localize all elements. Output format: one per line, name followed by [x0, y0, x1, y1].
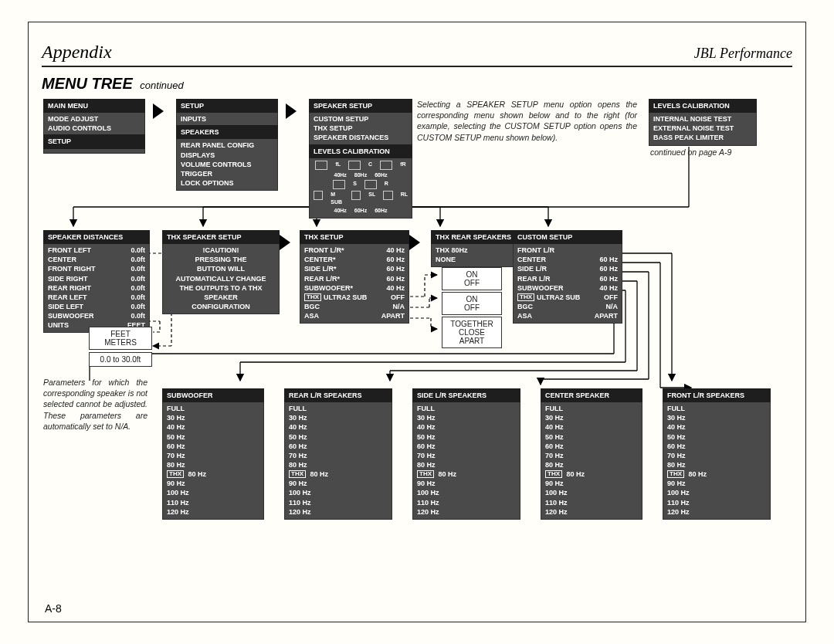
diag-label: fR [400, 161, 405, 170]
range-box: 0.0 to 30.0ft [89, 352, 152, 367]
title-main: MENU TREE [42, 75, 133, 92]
kv-row: FRONT LEFT0.0ft [48, 246, 145, 255]
diag-label: R [385, 180, 388, 189]
diag-label: SL [368, 191, 375, 205]
diag-label: S [353, 180, 357, 189]
kv-row: SIDE LEFT0.0ft [48, 302, 145, 311]
list-item: SPEAKERS [176, 125, 278, 139]
page-title: MENU TREE continued [42, 75, 792, 93]
diag-label: 60Hz [375, 171, 387, 178]
kv-row: THXULTRA2 SUBOFF [304, 293, 405, 302]
onoff-box-1: ONOFF [442, 267, 502, 290]
kv-row: SUBWOOFER*40 Hz [304, 283, 405, 293]
header-right: JBL Performance [694, 46, 792, 62]
onoff-box-2: ONOFF [442, 292, 502, 315]
text-line: SPEAKER [167, 293, 275, 302]
levels-cal-header: LEVELS CALIBRATION [649, 99, 757, 113]
speaker-diagram: fLCfR 40Hz80Hz60Hz SR M SUBSLRL 40Hz60Hz… [314, 161, 408, 215]
main-menu-box: MAIN MENU MODE ADJUST AUDIO CONTROLS SET… [43, 99, 145, 154]
text-line: BUTTON WILL [167, 264, 275, 273]
diag-label: C [368, 161, 372, 170]
main-menu-header: MAIN MENU [43, 99, 145, 113]
kv-row: BGCN/A [517, 302, 618, 311]
title-continued: continued [140, 80, 183, 91]
box-header: SPEAKER DISTANCES [43, 230, 150, 244]
feet-meters-box: FEET METERS [89, 327, 152, 350]
kv-row: SUBWOOFER0.0ft [48, 311, 145, 320]
kv-row: SIDE L/R60 Hz [517, 264, 618, 273]
kv-row: CENTER60 Hz [517, 255, 618, 264]
kv-row: CENTER*60 Hz [304, 255, 405, 264]
list-item: MODE ADJUST [48, 114, 141, 124]
kv-row: FRONT L/R*40 Hz [304, 246, 405, 255]
custom-setup-box: CUSTOM SETUP FRONT L/R CENTER60 Hz SIDE … [513, 230, 622, 324]
kv-row: REAR LEFT0.0ft [48, 293, 145, 302]
intro-note: Selecting a SPEAKER SETUP menu option op… [417, 99, 637, 143]
hz-box: CENTER SPEAKERFULL30 Hz40 Hz50 Hz60 Hz70… [541, 388, 642, 520]
box-header: CUSTOM SETUP [513, 230, 622, 244]
kv-row: CENTER0.0ft [48, 255, 145, 264]
arrow-right-icon [280, 235, 290, 250]
list-item: THX SETUP [314, 124, 408, 133]
arrow-right-icon [153, 103, 164, 119]
list-item: SETUP [43, 134, 145, 148]
kv-row: SUBWOOFER40 Hz [517, 283, 618, 293]
list-item: CUSTOM SETUP [314, 114, 408, 124]
speaker-setup-header: SPEAKER SETUP [309, 99, 412, 113]
list-item: LOCK OPTIONS [181, 178, 273, 188]
list-item: TRIGGER [181, 169, 273, 178]
list-item: INPUTS [181, 114, 273, 124]
text-line: AUTOMATICALLY CHANGE [167, 274, 275, 283]
hz-box: FRONT L/R SPEAKERSFULL30 Hz40 Hz50 Hz60 … [663, 388, 771, 520]
diag-label: 60Hz [375, 207, 387, 214]
text-line: CONFIGURATION [167, 302, 275, 311]
kv-row: FRONT RIGHT0.0ft [48, 264, 145, 273]
list-item: BASS PEAK LIMITER [653, 133, 752, 142]
arrow-right-icon [409, 235, 420, 250]
levels-cal-box: LEVELS CALIBRATION INTERNAL NOISE TEST E… [649, 99, 757, 146]
kv-row: REAR L/R60 Hz [517, 274, 618, 283]
box-header: THX SPEAKER SETUP [162, 230, 280, 244]
page-number: A-8 [45, 602, 62, 615]
text-line: THE OUTPUTS TO A THX [167, 283, 275, 293]
header: Appendix JBL Performance [42, 42, 792, 67]
hz-box: SIDE L/R SPEAKERSFULL30 Hz40 Hz50 Hz60 H… [412, 388, 520, 520]
thx-setup-box: THX SETUP FRONT L/R*40 Hz CENTER*60 Hz S… [300, 230, 409, 324]
speaker-distances-box: SPEAKER DISTANCES FRONT LEFT0.0ft CENTER… [43, 230, 150, 333]
kv-row: REAR RIGHT0.0ft [48, 283, 145, 293]
kv-row: SIDE L/R*60 Hz [304, 264, 405, 273]
list-item: SPEAKER DISTANCES [314, 133, 408, 142]
list-item: REAR PANEL CONFIG [181, 141, 273, 150]
kv-row: BGCN/A [304, 302, 405, 311]
hz-box: REAR L/R SPEAKERSFULL30 Hz40 Hz50 Hz60 H… [284, 388, 392, 520]
diag-label: 40Hz [334, 207, 346, 214]
tca-box: TOGETHERCLOSEAPART [442, 317, 502, 348]
param-note: Parameters for which the corresponding s… [43, 377, 147, 432]
list-item: EXTERNAL NOISE TEST [653, 124, 752, 133]
setup-box: SETUP INPUTS SPEAKERS REAR PANEL CONFIG … [176, 99, 278, 191]
list-item: INTERNAL NOISE TEST [653, 114, 752, 124]
diag-label: fL [335, 161, 341, 170]
list-item: AUDIO CONTROLS [48, 124, 141, 133]
kv-row: FRONT L/R [517, 246, 618, 255]
box-header: THX SETUP [300, 230, 409, 244]
diag-label: 60Hz [354, 207, 367, 214]
page: Appendix JBL Performance MENU TREE conti… [0, 0, 834, 644]
diag-label: 40Hz [334, 171, 346, 178]
setup-header: SETUP [176, 99, 278, 113]
kv-row: THXULTRA2 SUBOFF [517, 293, 618, 302]
hz-box: SUBWOOFERFULL30 Hz40 Hz50 Hz60 Hz70 Hz80… [162, 388, 264, 520]
arrow-right-icon [286, 103, 297, 119]
diag-label: 80Hz [354, 171, 367, 178]
text-line: PRESSING THE [167, 255, 275, 264]
list-item: DISPLAYS [181, 151, 273, 160]
kv-row: REAR L/R*60 Hz [304, 274, 405, 283]
menu-tree-stage: MAIN MENU MODE ADJUST AUDIO CONTROLS SET… [39, 99, 795, 578]
header-left: Appendix [42, 42, 112, 63]
speaker-setup-box: SPEAKER SETUP CUSTOM SETUP THX SETUP SPE… [309, 99, 412, 219]
list-item: LEVELS CALIBRATION [309, 144, 412, 158]
thx-caution-box: THX SPEAKER SETUP !CAUTION! PRESSING THE… [162, 230, 280, 314]
list-item: VOLUME CONTROLS [181, 160, 273, 169]
levels-continued: continued on page A-9 [650, 147, 731, 158]
diag-label: M SUB [331, 191, 344, 205]
